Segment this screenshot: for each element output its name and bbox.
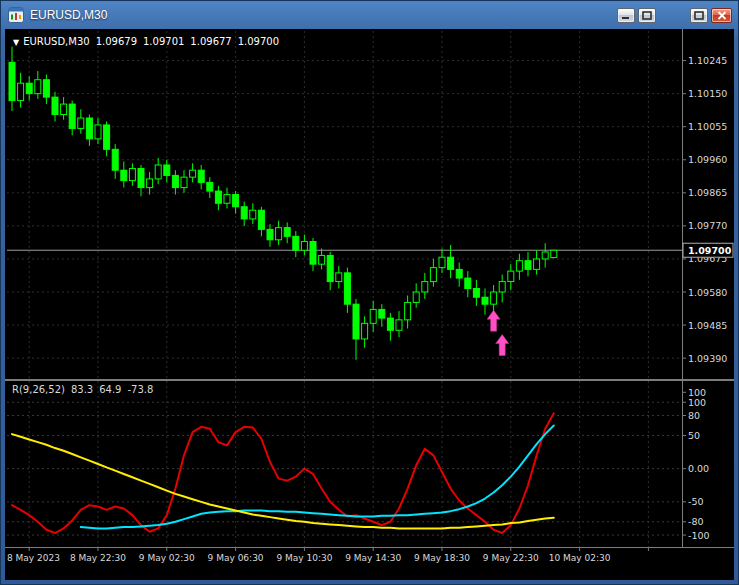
maximize-icon: [642, 11, 652, 20]
candle: [525, 261, 531, 270]
candle: [172, 175, 178, 187]
candle: [112, 149, 118, 170]
candle: [387, 318, 393, 330]
candle: [499, 282, 505, 292]
candle: [61, 104, 67, 114]
candle: [430, 268, 436, 282]
candle: [310, 242, 316, 265]
candle: [482, 297, 488, 304]
current-price-label: 1.09700: [688, 245, 732, 256]
candle: [95, 125, 101, 139]
candle: [465, 278, 471, 288]
price-axis-label: 1.10245: [688, 55, 727, 66]
candle: [491, 292, 497, 304]
time-axis-label: 9 May 10:30: [276, 553, 332, 563]
maximize-button[interactable]: [638, 8, 656, 23]
price-axis-label: 1.09485: [688, 320, 727, 331]
candle: [18, 83, 24, 100]
indicator-value-3: -73.8: [127, 384, 153, 395]
time-axis-label: 8 May 22:30: [70, 553, 126, 563]
candle: [52, 97, 58, 114]
candle: [276, 228, 282, 240]
candle: [155, 165, 161, 179]
candle: [9, 62, 15, 100]
indicator-scale-label: -50: [688, 496, 704, 507]
symbol-ohlc-info: ▼EURUSD,M301.096791.097011.096771.09700: [13, 36, 285, 47]
candle: [551, 250, 557, 257]
candle: [319, 255, 325, 264]
close-button[interactable]: [711, 8, 732, 23]
symbol-marker-icon: ▼: [13, 38, 19, 47]
candle: [69, 104, 75, 128]
candle: [258, 210, 264, 229]
minimize-button[interactable]: [617, 8, 635, 23]
open-value: 1.09679: [96, 36, 137, 47]
candle: [542, 252, 548, 259]
time-axis-label: 10 May 02:30: [549, 553, 611, 563]
candle: [43, 80, 49, 97]
candle: [138, 168, 144, 187]
indicator-label: R(9,26,52)83.364.9-73.8: [12, 384, 159, 395]
high-value: 1.09701: [143, 36, 184, 47]
close-value: 1.09700: [238, 36, 279, 47]
candle: [362, 323, 368, 339]
price-axis-label: 1.10055: [688, 121, 727, 132]
indicator-scale-label: 100: [688, 397, 706, 408]
time-axis-label: 9 May 06:30: [208, 553, 264, 563]
chart-background: [5, 29, 734, 580]
chart-canvas[interactable]: 1.102451.101501.100551.099601.098651.097…: [5, 29, 734, 580]
candle: [233, 195, 239, 207]
indicator-value-2: 64.9: [99, 384, 121, 395]
candle: [190, 170, 196, 177]
time-axis-label: 9 May 18:30: [414, 553, 470, 563]
candle: [301, 242, 307, 251]
candle: [327, 255, 333, 281]
restore-icon: [694, 11, 704, 20]
symbol-label: EURUSD,M30: [23, 36, 89, 47]
candle: [508, 271, 514, 281]
candle: [181, 177, 187, 187]
chart-client-area: 1.102451.101501.100551.099601.098651.097…: [5, 29, 734, 580]
time-axis-label: 9 May 02:30: [139, 553, 195, 563]
candle: [147, 179, 153, 188]
title-bar[interactable]: EURUSD,M30: [5, 1, 734, 29]
app-icon: [8, 7, 24, 23]
low-value: 1.09677: [190, 36, 231, 47]
indicator-scale-label: 80: [688, 410, 700, 421]
price-axis-label: 1.09580: [688, 287, 727, 298]
candle: [215, 191, 221, 203]
time-axis-label: 9 May 22:30: [483, 553, 539, 563]
indicator-name: R(9,26,52): [12, 384, 65, 395]
price-axis-label: 1.10150: [688, 88, 727, 99]
candle: [164, 165, 170, 175]
minimize-icon: [621, 11, 631, 20]
price-axis-label: 1.09960: [688, 154, 727, 165]
candle: [26, 83, 32, 93]
restore-button[interactable]: [690, 8, 708, 23]
time-axis-label: 9 May 14:30: [345, 553, 401, 563]
price-axis-label: 1.09390: [688, 353, 727, 364]
candle: [35, 80, 41, 94]
candle: [207, 182, 213, 191]
window-controls-right: [690, 8, 732, 23]
candle: [104, 125, 110, 149]
candle: [516, 261, 522, 271]
candle: [129, 168, 135, 180]
candle: [78, 118, 84, 128]
candle: [336, 273, 342, 282]
candle: [448, 257, 454, 269]
indicator-scale-label: -80: [688, 516, 704, 527]
candle: [250, 210, 256, 219]
candle: [121, 170, 127, 180]
candle: [241, 207, 247, 219]
candle: [413, 292, 419, 302]
price-axis-label: 1.09865: [688, 187, 727, 198]
candle: [370, 309, 376, 323]
candle: [473, 289, 479, 298]
candle: [353, 304, 359, 339]
indicator-scale-label: 0.00: [688, 463, 709, 474]
candle: [396, 320, 402, 330]
window-controls-mid: [617, 8, 656, 23]
candle: [422, 282, 428, 292]
window-title: EURUSD,M30: [30, 8, 107, 22]
